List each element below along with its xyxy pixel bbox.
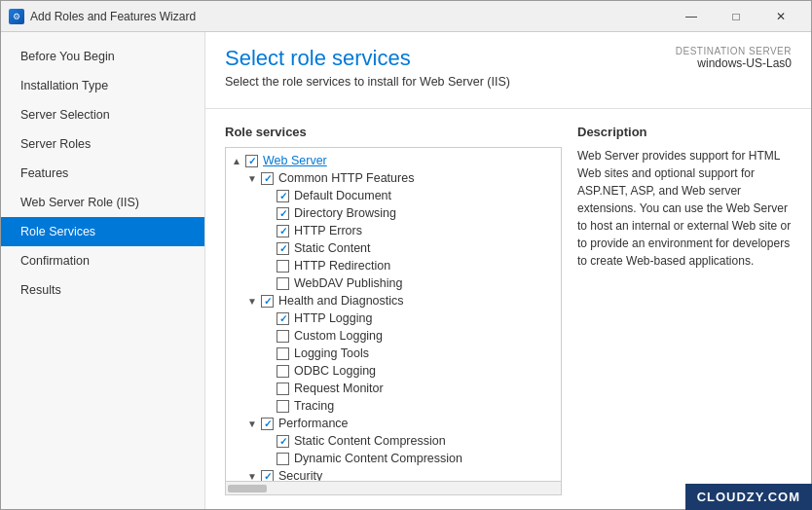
content-header: Select role services DESTINATION SERVER … [205,32,811,109]
tree-item-http-redirect[interactable]: ▷ HTTP Redirection [226,257,561,274]
destination-server-info: DESTINATION SERVER windows-US-Las0 [676,46,792,70]
tree-item-custom-logging[interactable]: ▷ Custom Logging [226,327,561,345]
title-bar: ⚙ Add Roles and Features Wizard — □ ✕ [1,1,811,32]
minimize-button[interactable]: — [669,1,714,32]
sidebar-item-confirmation[interactable]: Confirmation [1,246,204,275]
label-health-diag: Health and Diagnostics [278,294,404,308]
role-services-section: Role services ▲ Web Server ▼ [225,125,562,495]
h-scrollbar[interactable] [226,481,561,494]
sidebar-item-results[interactable]: Results [1,275,204,305]
label-custom-logging: Custom Logging [294,329,383,343]
checkbox-http-errors[interactable] [277,225,289,237]
sidebar-item-server-selection[interactable]: Server Selection [1,100,204,129]
expander-common-http[interactable]: ▼ [245,171,259,185]
expander-web-server[interactable]: ▲ [230,154,243,167]
app-icon: ⚙ [9,9,24,24]
tree-item-common-http[interactable]: ▼ Common HTTP Features [226,169,561,187]
label-static-compress: Static Content Compression [294,434,446,448]
checkbox-performance[interactable] [261,418,274,430]
tree-item-health-diag[interactable]: ▼ Health and Diagnostics [226,292,561,310]
label-req-monitor: Request Monitor [294,382,384,395]
tree-scroll-inner: ▲ Web Server ▼ Common HTTP Features ▷ [226,148,561,489]
sidebar-item-before-you-begin[interactable]: Before You Begin [1,42,204,71]
checkbox-web-server[interactable] [245,155,258,167]
instruction-text: Select the role services to install for … [225,75,792,89]
checkbox-http-redirect[interactable] [277,260,289,273]
destination-server-label: DESTINATION SERVER [676,46,792,56]
label-default-doc: Default Document [294,189,391,202]
watermark: CLOUDZY.COM [685,484,812,510]
tree-item-http-logging[interactable]: ▷ HTTP Logging [226,310,561,327]
tree-item-static-content[interactable]: ▷ Static Content [226,239,561,257]
sidebar-item-role-services[interactable]: Role Services [1,217,204,246]
label-http-errors: HTTP Errors [294,224,362,237]
label-performance: Performance [278,417,349,430]
label-odbc-logging: ODBC Logging [294,364,376,378]
expander-performance[interactable]: ▼ [245,417,259,430]
checkbox-static-content[interactable] [277,242,289,255]
section-label: Role services [225,125,562,139]
tree-item-req-monitor[interactable]: ▷ Request Monitor [226,380,561,397]
tree-item-static-compress[interactable]: ▷ Static Content Compression [226,432,561,450]
checkbox-webdav[interactable] [277,277,289,290]
tree-item-web-server[interactable]: ▲ Web Server [226,152,561,169]
maximize-button[interactable]: □ [714,1,758,32]
checkbox-common-http[interactable] [261,172,274,185]
content-area: Select role services DESTINATION SERVER … [205,32,811,510]
checkbox-odbc-logging[interactable] [277,365,289,378]
checkbox-custom-logging[interactable] [277,330,289,343]
sidebar-item-installation-type[interactable]: Installation Type [1,71,204,100]
checkbox-http-logging[interactable] [277,312,289,325]
checkbox-default-doc[interactable] [277,190,289,202]
label-tracing: Tracing [294,399,334,413]
window-title: Add Roles and Features Wizard [30,10,669,23]
h-scroll-thumb [228,485,267,492]
label-dir-browse: Directory Browsing [294,206,396,220]
window-controls: — □ ✕ [669,1,803,32]
checkbox-dir-browse[interactable] [277,207,289,220]
tree-item-http-errors[interactable]: ▷ HTTP Errors [226,222,561,239]
tree-item-performance[interactable]: ▼ Performance [226,415,561,432]
tree-item-default-doc[interactable]: ▷ Default Document [226,187,561,204]
tree-item-dir-browse[interactable]: ▷ Directory Browsing [226,204,561,222]
tree-item-odbc-logging[interactable]: ▷ ODBC Logging [226,362,561,380]
destination-server-value: windows-US-Las0 [676,56,792,70]
checkbox-dynamic-compress[interactable] [277,453,289,465]
page-title: Select role services [225,46,411,71]
sidebar-item-server-roles[interactable]: Server Roles [1,129,204,159]
label-web-server: Web Server [263,154,327,167]
checkbox-static-compress[interactable] [277,435,289,448]
expander-health-diag[interactable]: ▼ [245,294,259,308]
checkbox-logging-tools[interactable] [277,347,289,360]
label-common-http: Common HTTP Features [278,171,414,185]
checkbox-tracing[interactable] [277,400,289,413]
tree-item-dynamic-compress[interactable]: ▷ Dynamic Content Compression [226,450,561,467]
tree-item-tracing[interactable]: ▷ Tracing [226,397,561,415]
sidebar-item-features[interactable]: Features [1,159,204,188]
tree-container[interactable]: ▲ Web Server ▼ Common HTTP Features ▷ [225,147,562,495]
close-button[interactable]: ✕ [758,1,803,32]
label-http-redirect: HTTP Redirection [294,259,390,273]
label-dynamic-compress: Dynamic Content Compression [294,452,462,465]
description-section: Description Web Server provides support … [577,125,792,495]
label-logging-tools: Logging Tools [294,346,369,360]
checkbox-req-monitor[interactable] [277,382,289,395]
description-label: Description [577,125,792,139]
sidebar: Before You Begin Installation Type Serve… [1,32,205,510]
description-text: Web Server provides support for HTML Web… [577,147,792,270]
label-http-logging: HTTP Logging [294,311,372,325]
tree-item-webdav[interactable]: ▷ WebDAV Publishing [226,274,561,292]
sidebar-item-web-server-role[interactable]: Web Server Role (IIS) [1,188,204,217]
label-static-content: Static Content [294,241,371,255]
content-body: Role services ▲ Web Server ▼ [205,109,811,510]
label-webdav: WebDAV Publishing [294,276,402,290]
main-container: Before You Begin Installation Type Serve… [1,32,811,510]
tree-item-logging-tools[interactable]: ▷ Logging Tools [226,345,561,362]
checkbox-health-diag[interactable] [261,295,274,308]
